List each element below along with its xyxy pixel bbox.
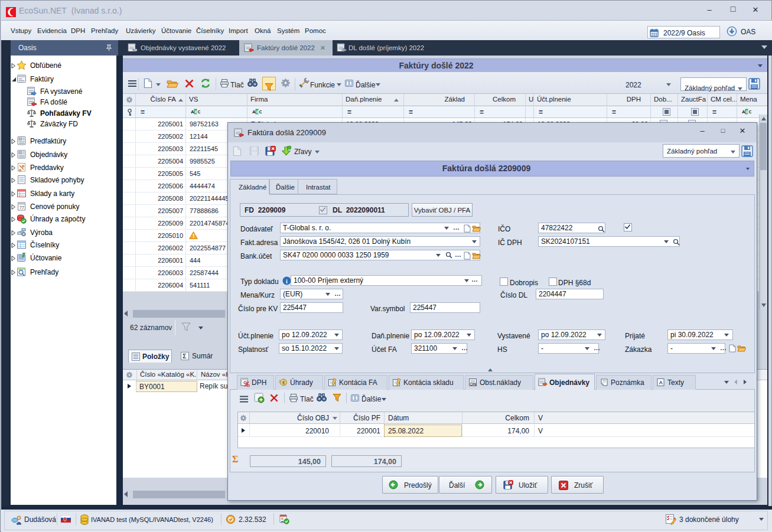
svg-text:Σ: Σ bbox=[183, 353, 187, 360]
svg-text:#: # bbox=[22, 253, 25, 259]
svg-text:C: C bbox=[259, 109, 262, 115]
svg-text:A: A bbox=[742, 109, 745, 115]
svg-text:A: A bbox=[191, 109, 194, 115]
svg-text:€: € bbox=[282, 380, 285, 386]
svg-text:77: 77 bbox=[19, 205, 24, 210]
svg-text:A: A bbox=[659, 380, 663, 386]
svg-text:i: i bbox=[286, 278, 288, 285]
svg-text:C: C bbox=[198, 109, 201, 115]
svg-text:ON: ON bbox=[470, 382, 477, 386]
svg-text:C: C bbox=[749, 109, 752, 115]
svg-text:A: A bbox=[252, 109, 256, 115]
